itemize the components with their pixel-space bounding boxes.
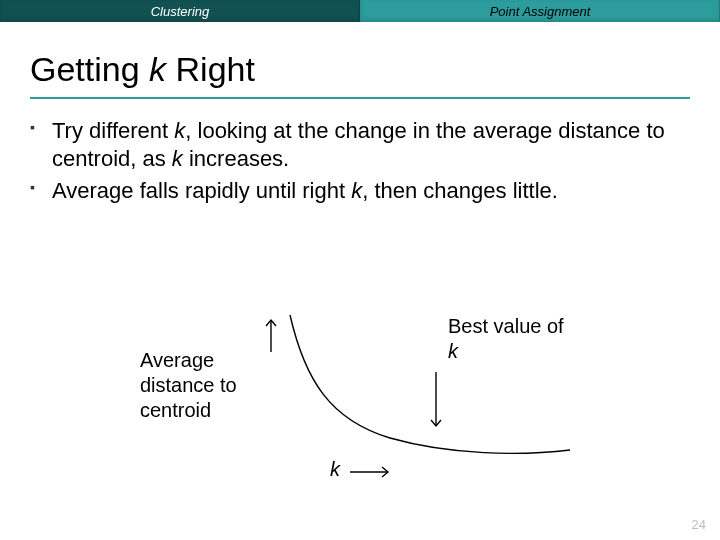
y-axis-label: Average distance to centroid bbox=[140, 348, 260, 423]
bullet-1: Try different k, looking at the change i… bbox=[30, 117, 690, 173]
tab-bar: Clustering Point Assignment bbox=[0, 0, 720, 22]
tab-clustering: Clustering bbox=[0, 0, 360, 22]
arrow-down-icon bbox=[431, 372, 441, 426]
b2-pre: Average falls rapidly until right bbox=[52, 178, 351, 203]
title-pre: Getting bbox=[30, 50, 149, 88]
page-number: 24 bbox=[692, 517, 706, 532]
title-k: k bbox=[149, 50, 166, 88]
b1-pre: Try different bbox=[52, 118, 174, 143]
arrow-right-icon bbox=[350, 467, 388, 477]
x-axis-label: k bbox=[330, 458, 340, 481]
page-title: Getting k Right bbox=[0, 22, 720, 93]
best-k: k bbox=[448, 340, 458, 362]
b1-post: increases. bbox=[183, 146, 289, 171]
b2-post: , then changes little. bbox=[362, 178, 558, 203]
slide: Clustering Point Assignment Getting k Ri… bbox=[0, 0, 720, 540]
arrow-up-icon bbox=[266, 320, 276, 352]
b2-k: k bbox=[351, 178, 362, 203]
bullet-2: Average falls rapidly until right k, the… bbox=[30, 177, 690, 205]
bullet-list: Try different k, looking at the change i… bbox=[0, 99, 720, 205]
title-post: Right bbox=[166, 50, 255, 88]
best-pre: Best value of bbox=[448, 315, 564, 337]
b1-k2: k bbox=[172, 146, 183, 171]
best-value-annotation: Best value of k bbox=[448, 314, 568, 364]
elbow-chart: Average distance to centroid k Best valu… bbox=[140, 300, 580, 490]
b1-k1: k bbox=[174, 118, 185, 143]
tab-point-assignment: Point Assignment bbox=[360, 0, 720, 22]
